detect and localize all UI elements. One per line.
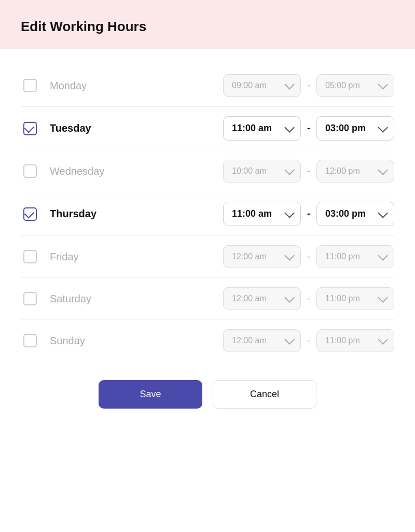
start-time-tuesday[interactable]: 11:00 am — [223, 116, 301, 141]
checkbox-saturday[interactable] — [21, 289, 39, 308]
separator-saturday: - — [307, 293, 310, 304]
day-row-saturday: Saturday 12:00 am - 11:00 pm — [21, 278, 394, 320]
page-title: Edit Working Hours — [21, 19, 146, 34]
time-controls-saturday: 12:00 am - 11:00 pm — [223, 287, 394, 310]
checkbox-inner-sunday — [23, 334, 37, 347]
end-time-text-tuesday: 03:00 pm — [325, 123, 374, 134]
end-time-thursday[interactable]: 03:00 pm — [316, 202, 394, 226]
start-chevron-monday — [284, 79, 295, 90]
checkbox-tuesday[interactable] — [21, 119, 39, 138]
checkbox-inner-friday — [23, 250, 37, 263]
end-time-wednesday[interactable]: 12:00 pm — [316, 160, 394, 183]
end-chevron-friday — [378, 250, 388, 261]
start-time-saturday[interactable]: 12:00 am — [223, 287, 301, 310]
start-time-sunday[interactable]: 12:00 am — [223, 329, 301, 352]
end-time-text-friday: 11:00 pm — [325, 252, 374, 261]
start-chevron-thursday — [284, 207, 295, 218]
end-chevron-saturday — [378, 292, 388, 303]
start-chevron-sunday — [284, 334, 295, 345]
day-row-tuesday: Tuesday 11:00 am - 03:00 pm — [21, 107, 394, 150]
start-chevron-tuesday — [284, 122, 295, 132]
separator-thursday: - — [307, 208, 310, 219]
end-time-text-sunday: 11:00 pm — [325, 336, 374, 345]
checkbox-wednesday[interactable] — [21, 162, 39, 180]
separator-tuesday: - — [307, 123, 310, 134]
day-row-sunday: Sunday 12:00 am - 11:00 pm — [21, 320, 394, 361]
checkbox-sunday[interactable] — [21, 331, 39, 350]
day-row-monday: Monday 09:00 am - 05:00 pm — [21, 65, 394, 107]
day-label-friday: Friday — [50, 251, 133, 263]
end-time-text-wednesday: 12:00 pm — [325, 166, 374, 176]
start-time-wednesday[interactable]: 10:00 am — [223, 160, 301, 183]
end-time-text-thursday: 03:00 pm — [325, 208, 374, 219]
checkbox-inner-monday — [23, 79, 37, 92]
day-label-sunday: Sunday — [50, 335, 133, 347]
checkbox-monday[interactable] — [21, 76, 39, 95]
start-chevron-friday — [284, 250, 295, 261]
end-chevron-tuesday — [378, 122, 388, 132]
start-time-thursday[interactable]: 11:00 am — [223, 202, 301, 226]
time-controls-tuesday: 11:00 am - 03:00 pm — [223, 116, 394, 141]
time-controls-friday: 12:00 am - 11:00 pm — [223, 245, 394, 268]
checkbox-inner-saturday — [23, 292, 37, 305]
checkbox-thursday[interactable] — [21, 205, 39, 223]
separator-monday: - — [307, 80, 310, 91]
save-button[interactable]: Save — [99, 380, 202, 409]
day-label-tuesday: Tuesday — [50, 122, 133, 134]
end-time-monday[interactable]: 05:00 pm — [316, 74, 394, 97]
end-chevron-sunday — [378, 334, 388, 345]
start-time-monday[interactable]: 09:00 am — [223, 74, 301, 97]
start-time-text-saturday: 12:00 am — [232, 294, 281, 303]
time-controls-monday: 09:00 am - 05:00 pm — [223, 74, 394, 97]
button-row: Save Cancel — [21, 380, 394, 409]
end-chevron-thursday — [378, 207, 388, 218]
header: Edit Working Hours — [0, 0, 415, 49]
time-controls-thursday: 11:00 am - 03:00 pm — [223, 202, 394, 226]
end-chevron-monday — [378, 79, 388, 90]
end-time-saturday[interactable]: 11:00 pm — [316, 287, 394, 310]
start-chevron-wednesday — [284, 165, 295, 175]
time-controls-sunday: 12:00 am - 11:00 pm — [223, 329, 394, 352]
start-time-text-wednesday: 10:00 am — [232, 166, 281, 176]
start-time-text-friday: 12:00 am — [232, 252, 281, 261]
start-time-text-monday: 09:00 am — [232, 81, 281, 90]
days-list: Monday 09:00 am - 05:00 pm Tuesday 11:00 — [21, 65, 394, 361]
start-time-text-thursday: 11:00 am — [232, 208, 281, 219]
end-chevron-wednesday — [378, 165, 388, 175]
cancel-button[interactable]: Cancel — [213, 380, 316, 409]
day-label-wednesday: Wednesday — [50, 165, 133, 177]
checkbox-inner-wednesday — [23, 164, 37, 178]
start-time-text-tuesday: 11:00 am — [232, 123, 281, 134]
end-time-friday[interactable]: 11:00 pm — [316, 245, 394, 268]
day-row-thursday: Thursday 11:00 am - 03:00 pm — [21, 192, 394, 236]
separator-sunday: - — [307, 335, 310, 346]
start-chevron-saturday — [284, 292, 295, 303]
checkbox-inner-tuesday — [23, 122, 37, 135]
time-controls-wednesday: 10:00 am - 12:00 pm — [223, 160, 394, 183]
day-row-wednesday: Wednesday 10:00 am - 12:00 pm — [21, 150, 394, 192]
main-content: Monday 09:00 am - 05:00 pm Tuesday 11:00 — [0, 49, 415, 532]
end-time-sunday[interactable]: 11:00 pm — [316, 329, 394, 352]
day-row-friday: Friday 12:00 am - 11:00 pm — [21, 236, 394, 278]
start-time-text-sunday: 12:00 am — [232, 336, 281, 345]
day-label-monday: Monday — [50, 80, 133, 92]
separator-friday: - — [307, 251, 310, 262]
end-time-text-saturday: 11:00 pm — [325, 294, 374, 303]
start-time-friday[interactable]: 12:00 am — [223, 245, 301, 268]
checkbox-inner-thursday — [23, 207, 37, 221]
separator-wednesday: - — [307, 166, 310, 177]
day-label-saturday: Saturday — [50, 293, 133, 305]
end-time-tuesday[interactable]: 03:00 pm — [316, 116, 394, 141]
day-label-thursday: Thursday — [50, 208, 133, 220]
checkbox-friday[interactable] — [21, 247, 39, 266]
end-time-text-monday: 05:00 pm — [325, 81, 374, 90]
